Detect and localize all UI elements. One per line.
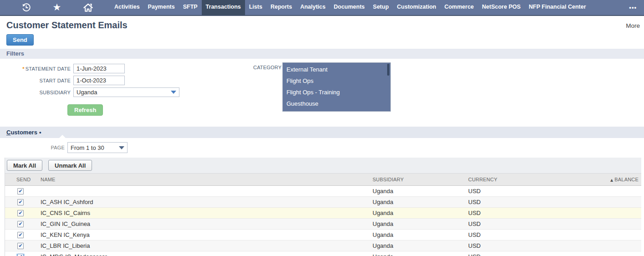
category-option-flight-ops[interactable]: Flight Ops (283, 75, 390, 87)
category-option-guesthouse[interactable]: Guesthouse (283, 98, 390, 109)
send-button[interactable]: Send (6, 34, 34, 46)
subsidiary-select[interactable]: Uganda (73, 87, 179, 97)
list-button-strip: Mark All Unmark All (5, 158, 641, 173)
table-header-row: SENDNAMESUBSIDIARYCURRENCY▲BALANCE (5, 173, 641, 186)
send-checkbox[interactable]: ✔ (17, 243, 24, 249)
table-row: ✔IC_ASH IC_AshfordUgandaUSD (5, 197, 641, 208)
send-checkbox[interactable]: ✔ (17, 254, 24, 256)
category-label: CATEGORY (253, 65, 280, 112)
column-header-send[interactable]: SEND (5, 177, 37, 182)
currency-cell: USD (462, 231, 553, 238)
send-checkbox[interactable]: ✔ (17, 221, 24, 227)
subsidiary-label: SUBSIDIARY (6, 90, 71, 95)
name-cell: IC_LBR IC_Liberia (37, 242, 366, 249)
subsidiary-value: Uganda (77, 89, 97, 96)
nav-item-lists[interactable]: Lists (245, 0, 266, 15)
active-tab-notch (59, 135, 66, 138)
nav-item-setup[interactable]: Setup (369, 0, 393, 15)
table-row: ✔UgandaUSD (5, 186, 641, 197)
nav-menu: ActivitiesPaymentsSFTPTransactionsListsR… (110, 0, 590, 15)
table-row: ✔IC_MDG IC_MadagascarUgandaUSD (5, 251, 641, 256)
nav-item-customization[interactable]: Customization (393, 0, 440, 15)
send-cell: ✔ (5, 188, 37, 195)
statement-date-label: *STATEMENT DATE (6, 66, 71, 72)
scrollbar-thumb[interactable] (387, 64, 389, 76)
send-checkbox[interactable]: ✔ (17, 232, 24, 238)
recent-records-icon[interactable] (19, 0, 33, 15)
page-select-value: From 1 to 30 (71, 144, 104, 151)
chevron-down-icon (119, 146, 124, 149)
subsidiary-cell: Uganda (366, 220, 462, 227)
send-cell: ✔ (5, 210, 37, 216)
subsidiary-cell: Uganda (366, 188, 462, 195)
page-select[interactable]: From 1 to 30 (67, 142, 128, 153)
send-cell: ✔ (5, 199, 37, 205)
nav-item-documents[interactable]: Documents (330, 0, 369, 15)
send-checkbox[interactable]: ✔ (17, 188, 24, 195)
statement-date-input[interactable] (73, 64, 125, 73)
nav-item-sftp[interactable]: SFTP (179, 0, 202, 15)
page-field-label: PAGE (6, 145, 65, 150)
nav-item-reports[interactable]: Reports (266, 0, 296, 15)
name-cell: IC_MDG IC_Madagascar (37, 253, 366, 256)
nav-item-commerce[interactable]: Commerce (440, 0, 478, 15)
column-header-name[interactable]: NAME (37, 177, 366, 182)
tab-bullet: • (39, 129, 41, 136)
table-row: ✔IC_GIN IC_GuineaUgandaUSD (5, 219, 641, 230)
subsidiary-cell: Uganda (366, 253, 462, 256)
nav-item-netscore-pos[interactable]: NetScore POS (478, 0, 525, 15)
currency-cell: USD (462, 220, 553, 227)
send-cell: ✔ (5, 254, 37, 256)
column-header-subsidiary[interactable]: SUBSIDIARY (366, 177, 462, 182)
customers-tab-label[interactable]: Customers (6, 129, 37, 136)
currency-cell: USD (462, 210, 553, 216)
unmark-all-button[interactable]: Unmark All (48, 160, 92, 171)
table-row: ✔IC_CNS IC_CairnsUgandaUSD (5, 208, 641, 219)
column-header-currency[interactable]: CURRENCY (462, 177, 553, 182)
name-cell: IC_CNS IC_Cairns (37, 210, 366, 216)
nav-icon-group: ★ (0, 0, 95, 15)
start-date-input[interactable] (73, 76, 125, 85)
nav-item-payments[interactable]: Payments (144, 0, 179, 15)
currency-cell: USD (462, 242, 553, 249)
filters-form: *STATEMENT DATE START DATE SUBSIDIARY Ug… (0, 59, 644, 121)
send-checkbox[interactable]: ✔ (17, 199, 24, 205)
currency-cell: USD (462, 199, 553, 205)
name-cell: IC_KEN IC_Kenya (37, 231, 366, 238)
more-link[interactable]: More (626, 22, 640, 29)
page-header: Customer Statement Emails More (0, 16, 644, 31)
nav-overflow-button[interactable]: ••• (629, 4, 637, 11)
name-cell: IC_ASH IC_Ashford (37, 199, 366, 205)
filters-section-header: Filters (0, 49, 644, 59)
send-checkbox[interactable]: ✔ (17, 210, 24, 216)
subsidiary-cell: Uganda (366, 242, 462, 249)
nav-item-analytics[interactable]: Analytics (296, 0, 330, 15)
sort-asc-icon: ▲ (610, 178, 613, 182)
mark-all-button[interactable]: Mark All (7, 160, 42, 171)
page-title: Customer Statement Emails (6, 20, 638, 31)
table-row: ✔IC_KEN IC_KenyaUgandaUSD (5, 230, 641, 241)
customer-list-region: Mark All Unmark All SENDNAMESUBSIDIARYCU… (5, 158, 641, 256)
nav-item-transactions[interactable]: Transactions (202, 0, 245, 15)
name-cell: IC_GIN IC_Guinea (37, 220, 366, 227)
category-group: CATEGORY External TenantFlight OpsFlight… (253, 62, 391, 112)
subsidiary-cell: Uganda (366, 199, 462, 205)
currency-cell: USD (462, 253, 553, 256)
send-cell: ✔ (5, 221, 37, 227)
required-marker: * (22, 66, 24, 72)
column-header-balance[interactable]: ▲BALANCE (553, 177, 641, 182)
category-option-external-tenant[interactable]: External Tenant (283, 64, 390, 75)
shortcuts-star-icon[interactable]: ★ (50, 0, 64, 15)
category-option-flight-ops-training[interactable]: Flight Ops - Training (283, 87, 390, 98)
subsidiary-cell: Uganda (366, 210, 462, 216)
top-nav-bar: ★ ActivitiesPaymentsSFTPTransactionsList… (0, 0, 644, 16)
category-listbox[interactable]: External TenantFlight OpsFlight Ops - Tr… (282, 62, 391, 112)
send-cell: ✔ (5, 243, 37, 249)
nav-item-activities[interactable]: Activities (110, 0, 144, 15)
subsidiary-cell: Uganda (366, 231, 462, 238)
table-row: ✔IC_LBR IC_LiberiaUgandaUSD (5, 241, 641, 251)
refresh-button[interactable]: Refresh (67, 104, 103, 116)
home-icon[interactable] (81, 0, 95, 15)
send-cell: ✔ (5, 232, 37, 238)
nav-item-nfp-financial-center[interactable]: NFP Financial Center (525, 0, 590, 15)
